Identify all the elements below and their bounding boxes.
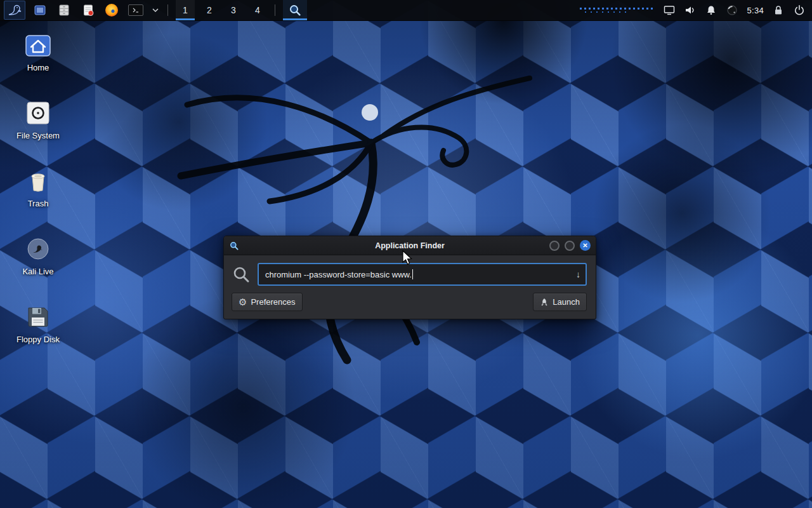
- applications-menu-button[interactable]: [4, 1, 25, 20]
- launch-icon: [540, 298, 549, 307]
- close-icon: ✕: [582, 242, 587, 249]
- file-system-drive-icon: [23, 98, 53, 128]
- window-title: Application Finder: [224, 241, 596, 250]
- desktop-icon-trash[interactable]: Trash: [8, 166, 69, 225]
- notifications-bell-icon[interactable]: [705, 4, 717, 17]
- application-finder-taskbar-button[interactable]: [283, 0, 307, 20]
- desktop-icon-label: Kali Live: [22, 267, 53, 276]
- system-tray: 5:34: [580, 4, 808, 17]
- terminal-icon: [128, 4, 143, 16]
- kali-live-disc-icon: [23, 234, 53, 264]
- tray-activity-graph: [580, 8, 655, 13]
- window-icon: [33, 3, 47, 17]
- command-text: chromium --password-store=basic www.: [265, 270, 412, 279]
- terminal-launcher[interactable]: [126, 0, 146, 20]
- firefox-launcher[interactable]: [103, 0, 121, 20]
- desktop-icon-column: Home File System Trash Kali Live: [8, 30, 69, 370]
- clock[interactable]: 5:34: [747, 6, 764, 15]
- tray-status-icon[interactable]: [726, 4, 738, 17]
- file-manager-launcher[interactable]: [55, 0, 74, 20]
- window-app-launcher[interactable]: [30, 0, 49, 20]
- launch-button[interactable]: Launch: [533, 293, 587, 311]
- command-input[interactable]: chromium --password-store=basic www. ↓: [258, 263, 587, 286]
- application-finder-window: Application Finder ✕ chromium --password…: [223, 236, 596, 319]
- preferences-button[interactable]: ⚙ Preferences: [232, 293, 303, 311]
- titlebar[interactable]: Application Finder ✕: [224, 236, 596, 255]
- text-editor-launcher[interactable]: [79, 0, 98, 20]
- finder-body: chromium --password-store=basic www. ↓ ⚙…: [224, 255, 596, 319]
- search-icon: [232, 265, 251, 284]
- workspace-3-button[interactable]: 3: [224, 0, 243, 20]
- desktop-icon-label: Home: [27, 63, 49, 72]
- window-controls: ✕: [549, 240, 591, 251]
- volume-icon[interactable]: [684, 4, 697, 17]
- desktop-icon-home[interactable]: Home: [8, 30, 69, 89]
- file-manager-icon: [57, 3, 71, 17]
- workspace-4-button[interactable]: 4: [248, 0, 267, 20]
- desktop-icon-file-system[interactable]: File System: [8, 98, 69, 157]
- desktop-icon-label: Floppy Disk: [16, 335, 60, 344]
- desktop-icon-label: File System: [16, 131, 60, 140]
- launch-label: Launch: [553, 297, 580, 307]
- desktop-icon-kali-live[interactable]: Kali Live: [8, 234, 69, 293]
- panel-separator: [167, 4, 168, 16]
- desktop-icon-floppy-disk[interactable]: Floppy Disk: [8, 302, 69, 361]
- display-icon[interactable]: [663, 4, 676, 17]
- history-dropdown-arrow-icon[interactable]: ↓: [571, 269, 580, 279]
- lock-screen-icon[interactable]: [772, 4, 785, 17]
- panel-separator: [275, 4, 275, 16]
- preferences-label: Preferences: [251, 297, 295, 307]
- kali-menu-icon: [7, 3, 22, 18]
- logout-power-icon[interactable]: [793, 4, 806, 17]
- close-button[interactable]: ✕: [580, 240, 591, 251]
- app-finder-icon: [288, 3, 302, 17]
- desktop-icon-label: Trash: [28, 199, 49, 208]
- workspace-2-button[interactable]: 2: [200, 0, 219, 20]
- firefox-icon: [105, 4, 118, 17]
- chevron-down-icon: [152, 7, 159, 13]
- floppy-disk-icon: [23, 302, 53, 331]
- workspace-1-button[interactable]: 1: [176, 0, 195, 20]
- text-editor-icon: [81, 3, 95, 17]
- maximize-button[interactable]: [565, 241, 575, 251]
- text-caret: [412, 269, 414, 279]
- window-titlebar-icon: [229, 241, 239, 251]
- gear-icon: ⚙: [239, 297, 247, 307]
- home-folder-icon: [23, 30, 53, 60]
- minimize-button[interactable]: [549, 241, 560, 251]
- trash-bin-icon: [23, 166, 53, 196]
- top-panel: 1 2 3 4 5:34: [0, 0, 812, 21]
- terminal-dropdown-button[interactable]: [151, 0, 160, 20]
